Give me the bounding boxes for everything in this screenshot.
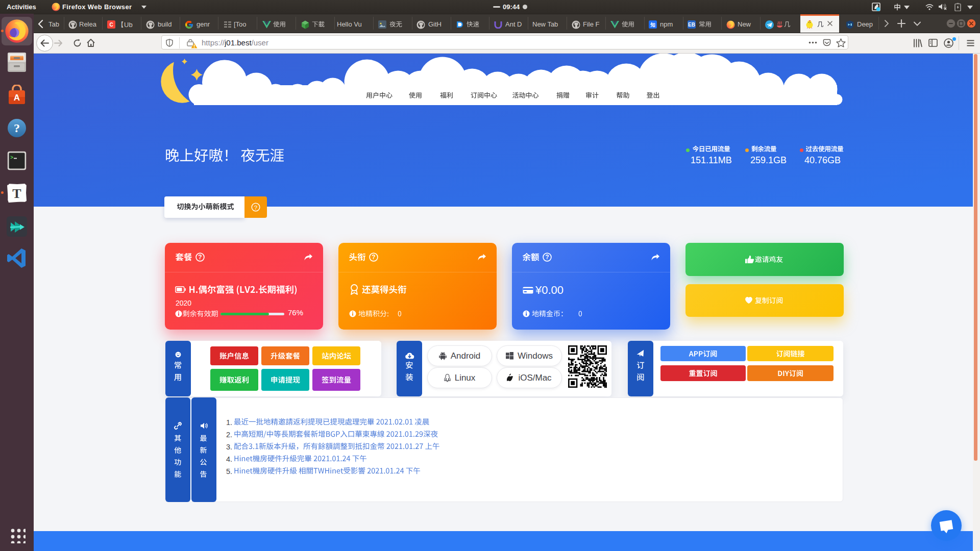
svg-text:?: ? — [545, 254, 549, 261]
svg-text:?: ? — [14, 121, 20, 135]
svg-text:A: A — [14, 93, 20, 103]
svg-text:T: T — [12, 186, 21, 201]
svg-text:?: ? — [372, 254, 375, 261]
svg-text:?: ? — [198, 254, 202, 261]
svg-text:>: > — [10, 155, 13, 161]
svg-text:?: ? — [254, 205, 257, 211]
